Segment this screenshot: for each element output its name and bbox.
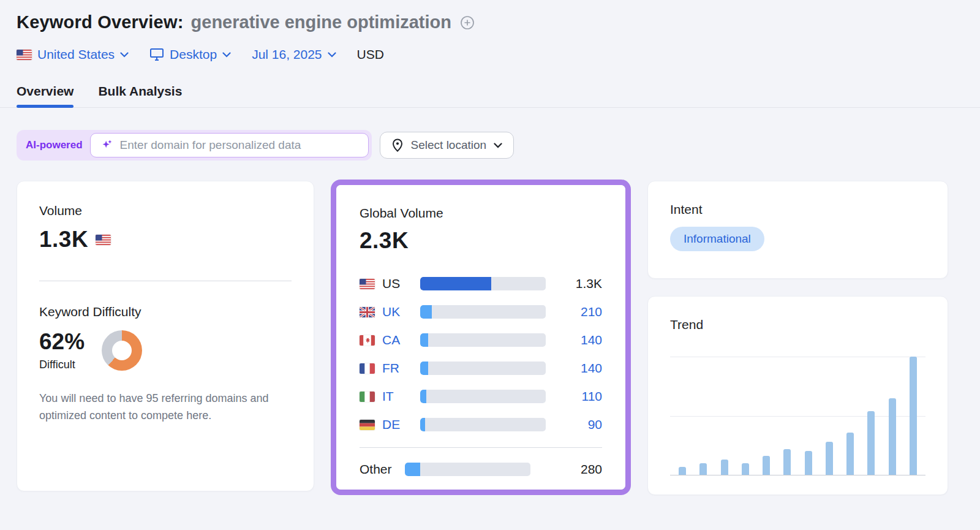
page-title: Keyword Overview: (17, 12, 184, 32)
country-volume-row: IT110 (360, 382, 602, 411)
country-volume-row: UK210 (360, 298, 602, 326)
country-link[interactable]: IT (382, 389, 420, 404)
trend-bar (763, 456, 770, 475)
country-volume-value[interactable]: 140 (581, 333, 602, 347)
volume-title: Volume (39, 203, 292, 218)
trend-card: Trend (647, 296, 948, 495)
kd-description: You will need to have 95 referring domai… (39, 390, 292, 424)
country-volume-bar-fill (420, 362, 428, 375)
global-volume-title: Global Volume (360, 206, 602, 221)
tabs-bar: Overview Bulk Analysis (0, 79, 980, 108)
fr-flag-icon (360, 363, 375, 374)
trend-bar (742, 463, 749, 475)
intent-badge[interactable]: Informational (670, 227, 764, 251)
trend-bar-chart (670, 357, 925, 475)
tab-overview[interactable]: Overview (17, 79, 74, 107)
select-location-label: Select location (411, 138, 487, 152)
country-volume-row: DE90 (360, 411, 602, 439)
trend-bar (826, 442, 833, 475)
trend-bar (889, 398, 896, 475)
trend-bars (679, 357, 917, 475)
country-volume-value: 1.3K (576, 276, 602, 291)
country-volume-bar-track (405, 463, 530, 476)
currency-label: USD (357, 47, 384, 62)
date-selector[interactable]: Jul 16, 2025 (252, 47, 336, 62)
domain-input[interactable] (120, 138, 358, 152)
it-flag-icon (360, 392, 375, 402)
country-volume-bar-track (420, 277, 546, 290)
trend-title: Trend (670, 317, 925, 332)
country-link[interactable]: CA (382, 333, 420, 347)
select-location-button[interactable]: Select location (380, 132, 514, 159)
kd-donut-chart (102, 330, 142, 371)
country-volume-bar-fill (420, 333, 428, 347)
other-volume-row: Other280 (360, 455, 602, 483)
location-pin-icon (391, 138, 404, 152)
divider (39, 281, 292, 281)
country-volume-row: CA140 (360, 326, 602, 354)
volume-value: 1.3K (39, 227, 88, 252)
gb-flag-icon (360, 307, 375, 317)
country-link[interactable]: UK (382, 305, 420, 319)
global-volume-highlight-frame: Global Volume 2.3K US1.3KUK210CA140FR140… (331, 180, 631, 495)
page-header: Keyword Overview: generative engine opti… (0, 0, 980, 62)
kd-label: Difficult (39, 358, 85, 371)
right-column: Intent Informational Trend (647, 181, 948, 495)
country-volume-row: US1.3K (360, 270, 602, 298)
date-selector-label: Jul 16, 2025 (252, 47, 322, 62)
ai-powered-badge: AI-powered (26, 139, 83, 151)
device-selector[interactable]: Desktop (149, 47, 231, 62)
trend-bar (783, 449, 791, 475)
volume-card: Volume 1.3K Keyword Difficulty 62% Diffi… (17, 181, 314, 491)
country-volume-value[interactable]: 90 (588, 417, 602, 432)
country-selector[interactable]: United States (17, 47, 129, 62)
plus-circle-icon[interactable] (460, 15, 475, 30)
tab-bulk-analysis[interactable]: Bulk Analysis (98, 79, 182, 107)
country-volume-bar-track (420, 390, 546, 403)
kd-percentage: 62% (39, 329, 85, 355)
us-flag-icon (360, 279, 375, 289)
ca-flag-icon (360, 335, 375, 346)
country-volume-value[interactable]: 110 (582, 389, 602, 404)
country-link[interactable]: FR (382, 361, 420, 376)
trend-bar (679, 467, 686, 475)
us-flag-icon (96, 235, 111, 245)
divider (360, 447, 602, 448)
ai-powered-pill: AI-powered (17, 130, 372, 161)
desktop-icon (149, 48, 164, 61)
country-link[interactable]: DE (382, 417, 420, 432)
metric-cards: Volume 1.3K Keyword Difficulty 62% Diffi… (0, 161, 980, 495)
global-volume-card: Global Volume 2.3K US1.3KUK210CA140FR140… (336, 185, 625, 490)
trend-bar (699, 463, 707, 475)
keyword-overview-page: Keyword Overview: generative engine opti… (0, 0, 980, 530)
trend-bar (846, 433, 854, 475)
country-volume-bar-fill (420, 277, 491, 290)
country-volume-value[interactable]: 140 (581, 361, 602, 376)
country-volume-list: US1.3KUK210CA140FR140IT110DE90Other280 (360, 270, 602, 483)
trend-bar (910, 357, 917, 475)
country-volume-bar-fill (420, 305, 432, 319)
country-volume-bar-fill (420, 390, 426, 403)
country-link[interactable]: US (382, 276, 420, 291)
filter-row: AI-powered Select location (0, 108, 980, 161)
us-flag-icon (17, 50, 32, 60)
other-label: Other (360, 462, 405, 477)
keyword-difficulty-title: Keyword Difficulty (39, 305, 292, 319)
device-selector-label: Desktop (170, 47, 217, 62)
country-volume-value: 280 (581, 462, 602, 477)
country-volume-value[interactable]: 210 (581, 305, 602, 319)
country-volume-row: FR140 (360, 354, 602, 382)
de-flag-icon (360, 420, 375, 430)
chevron-down-icon (222, 52, 231, 58)
domain-input-wrap (90, 133, 369, 157)
country-volume-bar-track (420, 333, 546, 347)
trend-bar (805, 451, 812, 475)
chart-baseline (670, 475, 925, 475)
trend-bar (721, 460, 728, 475)
trend-bar (867, 411, 875, 475)
chevron-down-icon (120, 52, 129, 58)
meta-row: United States Desktop Jul 16, 2025 USD (17, 47, 963, 62)
country-volume-bar-track (420, 362, 546, 375)
global-volume-value: 2.3K (360, 228, 602, 254)
chevron-down-icon (494, 143, 502, 148)
